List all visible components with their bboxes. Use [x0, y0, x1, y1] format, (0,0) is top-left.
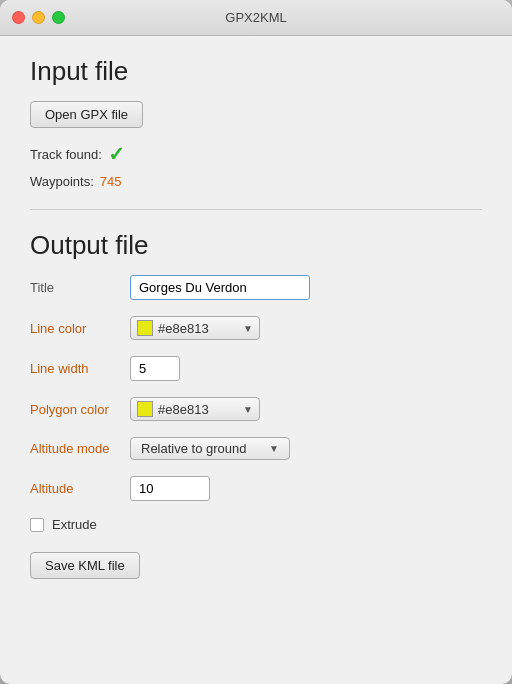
title-row: Title — [30, 275, 482, 300]
polygon-color-value: #e8e813 — [158, 402, 209, 417]
save-kml-button[interactable]: Save KML file — [30, 552, 140, 579]
maximize-button[interactable] — [52, 11, 65, 24]
altitude-mode-value: Relative to ground — [141, 441, 247, 456]
line-color-swatch — [137, 320, 153, 336]
altitude-mode-arrow: ▼ — [269, 443, 279, 454]
altitude-mode-row: Altitude mode Relative to ground ▼ — [30, 437, 482, 460]
waypoints-label: Waypoints: — [30, 174, 94, 189]
section-divider — [30, 209, 482, 210]
line-color-dropdown[interactable]: #e8e813 ▼ — [130, 316, 260, 340]
line-width-input[interactable] — [130, 356, 180, 381]
line-width-label: Line width — [30, 361, 130, 376]
close-button[interactable] — [12, 11, 25, 24]
waypoints-value: 745 — [100, 174, 122, 189]
polygon-color-label: Polygon color — [30, 402, 130, 417]
track-found-row: Track found: ✓ — [30, 142, 482, 166]
line-color-row: Line color #e8e813 ▼ — [30, 316, 482, 340]
altitude-row: Altitude — [30, 476, 482, 501]
input-section-title: Input file — [30, 56, 482, 87]
altitude-mode-dropdown[interactable]: Relative to ground ▼ — [130, 437, 290, 460]
polygon-color-dropdown[interactable]: #e8e813 ▼ — [130, 397, 260, 421]
traffic-lights — [12, 11, 65, 24]
altitude-label: Altitude — [30, 481, 130, 496]
altitude-input[interactable] — [130, 476, 210, 501]
window-title: GPX2KML — [225, 10, 286, 25]
waypoints-row: Waypoints: 745 — [30, 174, 482, 189]
extrude-row: Extrude — [30, 517, 482, 532]
track-found-label: Track found: — [30, 147, 102, 162]
altitude-mode-label: Altitude mode — [30, 441, 130, 456]
open-gpx-button[interactable]: Open GPX file — [30, 101, 143, 128]
extrude-label: Extrude — [52, 517, 97, 532]
title-input[interactable] — [130, 275, 310, 300]
polygon-color-row: Polygon color #e8e813 ▼ — [30, 397, 482, 421]
polygon-color-swatch — [137, 401, 153, 417]
output-section-title: Output file — [30, 230, 482, 261]
line-width-row: Line width — [30, 356, 482, 381]
line-color-arrow: ▼ — [243, 323, 253, 334]
polygon-color-arrow: ▼ — [243, 404, 253, 415]
line-color-label: Line color — [30, 321, 130, 336]
extrude-checkbox[interactable] — [30, 518, 44, 532]
main-content: Input file Open GPX file Track found: ✓ … — [0, 36, 512, 684]
title-label: Title — [30, 280, 130, 295]
app-window: GPX2KML Input file Open GPX file Track f… — [0, 0, 512, 684]
minimize-button[interactable] — [32, 11, 45, 24]
line-color-value: #e8e813 — [158, 321, 209, 336]
titlebar: GPX2KML — [0, 0, 512, 36]
track-found-checkmark: ✓ — [108, 142, 125, 166]
